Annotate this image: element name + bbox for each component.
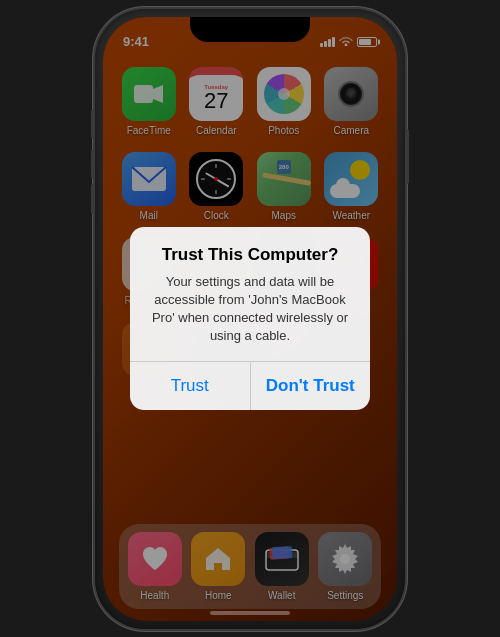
- dont-trust-button[interactable]: Don't Trust: [251, 362, 371, 410]
- alert-buttons: Trust Don't Trust: [130, 362, 370, 410]
- home-indicator: [210, 611, 290, 615]
- alert-message: Your settings and data will be accessibl…: [146, 273, 354, 346]
- trust-button[interactable]: Trust: [130, 362, 251, 410]
- alert-overlay: Trust This Computer? Your settings and d…: [103, 17, 397, 621]
- alert-title: Trust This Computer?: [146, 245, 354, 265]
- phone-screen: 9:41: [103, 17, 397, 621]
- alert-content: Trust This Computer? Your settings and d…: [130, 227, 370, 362]
- trust-dialog: Trust This Computer? Your settings and d…: [130, 227, 370, 411]
- phone-frame: 9:41: [95, 9, 405, 629]
- home-screen: 9:41: [103, 17, 397, 621]
